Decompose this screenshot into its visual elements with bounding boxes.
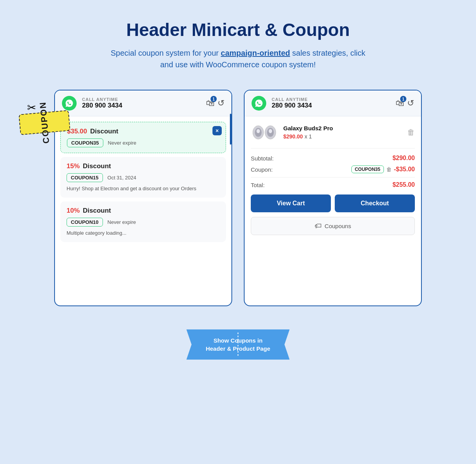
ticket-button-wrap: Show Coupons in Header & Product Page bbox=[187, 329, 290, 360]
coupons-icon: 🏷 bbox=[315, 222, 322, 230]
ticket-btn-line2: Header & Product Page bbox=[206, 345, 271, 352]
minicart-call-info: CALL ANYTIME 280 900 3434 bbox=[272, 97, 390, 109]
minicart-panel-header: CALL ANYTIME 280 900 3434 🛍 1 ↺ bbox=[245, 90, 421, 116]
coupon-3-amount: 10% bbox=[67, 207, 80, 215]
minicart-cart-icon-wrap[interactable]: 🛍 1 bbox=[396, 98, 404, 108]
coupon-tag: COUPON bbox=[19, 110, 70, 135]
coupon-3-discount-line: 10% Discount bbox=[67, 207, 220, 215]
coupon-list: × $35.00 Discount COUPON35 Never expire … bbox=[55, 116, 231, 251]
minicart-header-icons: 🛍 1 ↺ bbox=[396, 98, 414, 108]
coupon-1-meta: COUPON35 Never expire bbox=[67, 138, 219, 147]
coupon-item-2: 15% Discount COUPON15 Oct 31, 2024 Hurry… bbox=[60, 157, 226, 198]
product-name: Galaxy Buds2 Pro bbox=[283, 125, 402, 131]
close-coupon-1-button[interactable]: × bbox=[212, 126, 222, 135]
delete-product-icon[interactable]: 🗑 bbox=[407, 128, 415, 137]
coupon-2-meta: COUPON15 Oct 31, 2024 bbox=[67, 173, 220, 182]
coupon-3-desc: Multiple category loading... bbox=[67, 230, 220, 237]
coupon-row-label: Coupon: bbox=[251, 166, 273, 173]
coupon-decoration: ✂ COUPON bbox=[19, 101, 70, 133]
coupon-tag-applied: COUPON35 🗑 -$35.00 bbox=[351, 165, 415, 173]
cart-product: Galaxy Buds2 Pro $290.00 x 1 🗑 bbox=[251, 123, 415, 148]
coupon-2-label: Discount bbox=[83, 162, 111, 170]
total-row: Total: $255.00 bbox=[251, 181, 415, 188]
subtotal-label: Subtotal: bbox=[251, 155, 274, 162]
minicart-whatsapp-icon bbox=[252, 96, 266, 111]
panels-wrapper: ✂ COUPON CALL ANYTIME 280 900 3434 🛍 1 ↺ bbox=[54, 90, 422, 306]
coupon-3-code[interactable]: COUPON10 bbox=[67, 218, 103, 227]
coupon-item-3: 10% Discount COUPON10 Never expire Multi… bbox=[60, 201, 226, 242]
cart-buttons: View Cart Checkout bbox=[251, 194, 415, 212]
page-title: Header Minicart & Coupon bbox=[126, 19, 350, 40]
subtitle-bold: campaign-oriented bbox=[221, 49, 290, 57]
minicart-body: Galaxy Buds2 Pro $290.00 x 1 🗑 Subtotal:… bbox=[245, 116, 421, 241]
product-info: Galaxy Buds2 Pro $290.00 x 1 bbox=[283, 125, 402, 140]
subtotal-row: Subtotal: $290.00 bbox=[251, 155, 415, 162]
remove-coupon-icon[interactable]: 🗑 bbox=[386, 166, 392, 172]
product-image bbox=[251, 123, 278, 142]
total-value: $255.00 bbox=[392, 181, 415, 188]
product-price-line: $290.00 x 1 bbox=[283, 133, 402, 140]
coupon-2-desc: Hurry! Shop at Electron and get a discou… bbox=[67, 185, 220, 192]
coupon-panel: CALL ANYTIME 280 900 3434 🛍 1 ↺ × $35.00… bbox=[54, 90, 232, 306]
subtitle-plain: Special coupon system for your bbox=[111, 49, 221, 57]
coupons-button[interactable]: 🏷 Coupouns bbox=[251, 217, 415, 235]
coupon-1-discount-line: $35.00 Discount bbox=[67, 128, 219, 135]
coupon-2-expiry: Oct 31, 2024 bbox=[108, 175, 136, 181]
total-divider bbox=[251, 177, 415, 177]
ticket-btn-line1: Show Coupons in bbox=[214, 337, 263, 344]
cart-badge: 1 bbox=[211, 96, 217, 102]
view-cart-button[interactable]: View Cart bbox=[251, 194, 331, 212]
coupon-item-1: × $35.00 Discount COUPON35 Never expire bbox=[60, 122, 226, 153]
coupon-3-meta: COUPON10 Never expire bbox=[67, 218, 220, 227]
checkout-button[interactable]: Checkout bbox=[335, 194, 415, 212]
applied-coupon-code: COUPON35 bbox=[351, 165, 384, 173]
call-number: 280 900 3434 bbox=[82, 102, 200, 109]
total-label: Total: bbox=[251, 182, 265, 188]
scroll-indicator bbox=[230, 114, 231, 145]
subtotal-value: $290.00 bbox=[392, 155, 415, 162]
call-info: CALL ANYTIME 280 900 3434 bbox=[82, 97, 200, 109]
coupon-1-label: Discount bbox=[90, 128, 118, 135]
cart-icon-wrap[interactable]: 🛍 1 bbox=[206, 98, 214, 108]
minicart-panel: CALL ANYTIME 280 900 3434 🛍 1 ↺ bbox=[244, 90, 422, 306]
minicart-cart-badge: 1 bbox=[400, 96, 406, 102]
coupon-3-label: Discount bbox=[83, 207, 111, 215]
minicart-refresh-icon[interactable]: ↺ bbox=[407, 98, 414, 108]
product-image-svg bbox=[251, 123, 278, 142]
coupon-discount-value: -$35.00 bbox=[394, 166, 415, 173]
svg-point-7 bbox=[269, 129, 272, 133]
coupon-1-expiry: Never expire bbox=[108, 140, 137, 146]
refresh-icon[interactable]: ↺ bbox=[217, 98, 224, 108]
coupon-row: Coupon: COUPON35 🗑 -$35.00 bbox=[251, 165, 415, 173]
coupon-panel-header: CALL ANYTIME 280 900 3434 🛍 1 ↺ bbox=[55, 90, 231, 116]
show-coupons-button[interactable]: Show Coupons in Header & Product Page bbox=[187, 329, 290, 360]
product-price: $290.00 bbox=[283, 133, 303, 140]
cart-totals: Subtotal: $290.00 Coupon: COUPON35 🗑 -$3… bbox=[251, 155, 415, 188]
minicart-call-number: 280 900 3434 bbox=[272, 102, 390, 109]
coupon-2-discount-line: 15% Discount bbox=[67, 162, 220, 170]
coupons-label: Coupouns bbox=[325, 223, 351, 229]
coupon-2-code[interactable]: COUPON15 bbox=[67, 173, 103, 182]
coupon-3-expiry: Never expire bbox=[108, 219, 136, 225]
call-anytime-label: CALL ANYTIME bbox=[82, 97, 200, 102]
header-icons: 🛍 1 ↺ bbox=[206, 98, 224, 108]
page-subtitle: Special coupon system for your campaign-… bbox=[106, 47, 370, 70]
coupon-1-code[interactable]: COUPON35 bbox=[67, 138, 103, 147]
svg-point-4 bbox=[257, 129, 260, 133]
product-qty-val: x 1 bbox=[305, 133, 312, 140]
minicart-call-anytime-label: CALL ANYTIME bbox=[272, 97, 390, 102]
coupon-2-amount: 15% bbox=[67, 162, 80, 170]
